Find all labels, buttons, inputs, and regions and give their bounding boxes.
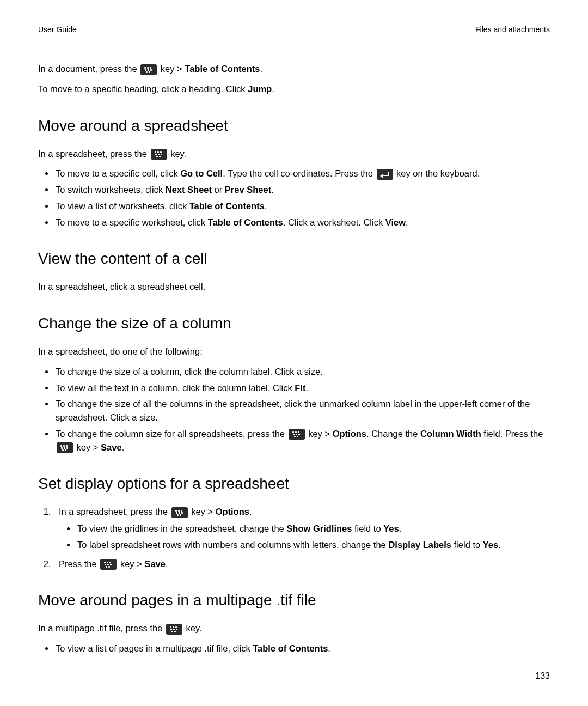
s3-lead: In a spreadsheet, do one of the followin… [38,345,550,358]
s4-list: In a spreadsheet, press the key > Option… [38,505,550,570]
heading-move-spreadsheet: Move around a spreadsheet [38,114,550,137]
page-number: 133 [535,671,550,681]
s4-sublist: To view the gridlines in the spreadsheet… [59,522,550,552]
list-item: To view a list of pages in a multipage .… [54,642,550,655]
s1-list: To move to a specific cell, click Go to … [38,167,550,229]
intro-para-2: To move to a specific heading, click a h… [38,82,550,96]
heading-view-cell: View the content of a cell [38,247,550,270]
list-item: To change the size of all the columns in… [54,397,550,424]
menu-key-icon [289,429,305,440]
s5-list: To view a list of pages in a multipage .… [38,642,550,655]
heading-change-column: Change the size of a column [38,312,550,335]
list-item: To move to a specific worksheet, click T… [54,216,550,229]
running-header: User Guide Files and attachments [38,25,550,34]
list-item: To view a list of worksheets, click Tabl… [54,199,550,213]
header-right: Files and attachments [475,25,550,34]
list-item: To label spreadsheet rows with numbers a… [76,538,550,552]
list-item: In a spreadsheet, press the key > Option… [53,505,550,551]
menu-key-icon [151,149,167,160]
menu-key-icon [57,442,73,453]
intro-para-1: In a document, press the key > Table of … [38,62,550,76]
menu-key-icon [166,624,182,635]
menu-key-icon [171,507,188,518]
list-item: To move to a specific cell, click Go to … [54,167,550,180]
list-item: To view the gridlines in the spreadsheet… [76,522,550,535]
s5-lead: In a multipage .tif file, press the key. [38,622,550,635]
menu-key-icon [100,559,117,570]
list-item: To view all the text in a column, click … [54,381,550,395]
heading-display-options: Set display options for a spreadsheet [38,472,550,495]
menu-key-icon [140,64,157,75]
s3-list: To change the size of a column, click th… [38,365,550,454]
list-item: To switch worksheets, click Next Sheet o… [54,183,550,197]
s2-para: In a spreadsheet, click a spreadsheet ce… [38,280,550,294]
header-left: User Guide [38,25,77,34]
heading-multipage-tif: Move around pages in a multipage .tif fi… [38,589,550,612]
s1-lead: In a spreadsheet, press the key. [38,147,550,161]
enter-key-icon [377,169,393,180]
list-item: Press the key > Save. [53,557,550,571]
list-item: To change the size of a column, click th… [54,365,550,379]
list-item: To change the column size for all spread… [54,427,550,454]
